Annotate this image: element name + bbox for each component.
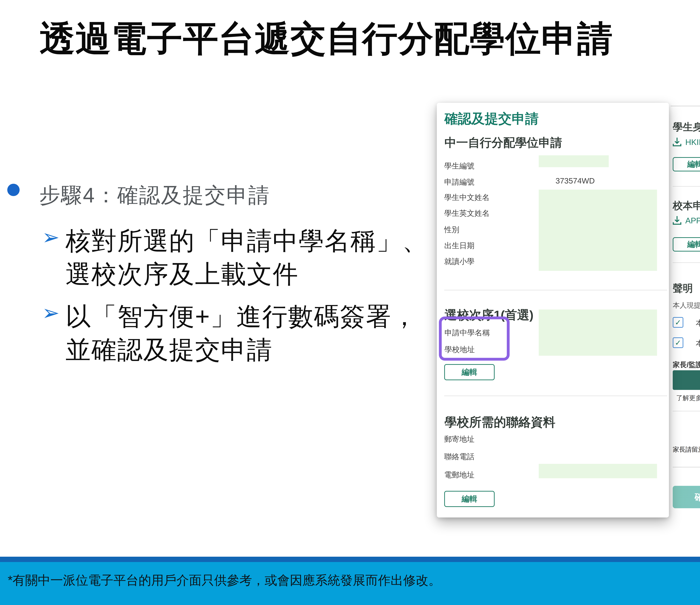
postal-address-label: 郵寄地址 (444, 434, 474, 444)
declaration-statement-1: 本人已閱讀並明白《中一自行分配學位注意事項》及《個人資料收集聲明》的所有內容。 (696, 318, 700, 328)
application-no-value: 373574WD (555, 176, 595, 185)
divider (673, 411, 700, 411)
choice1-value-box (539, 310, 657, 356)
check-icon: ✓ (675, 318, 681, 327)
dob-label: 出生日期 (444, 241, 474, 251)
bullet1-line1: 核對所選的「申請中學名稱」、 (66, 224, 428, 258)
id-doc-edit-button[interactable]: 編輯 (673, 157, 700, 171)
download-icon (673, 137, 681, 147)
name-zh-label: 學生中文姓名 (444, 192, 490, 203)
student-no-value-box (539, 155, 609, 167)
check2-pre: 本人已閱讀並明白申請中學於學校網站上有關中一自行分配學位申請的 (696, 339, 700, 347)
school-form-edit-button[interactable]: 編輯 (673, 237, 700, 251)
declaration-checkbox-2[interactable]: ✓ (673, 337, 683, 348)
check1-pre: 本人已閱讀並明白 (696, 319, 700, 327)
signature-label: 家長/監護人簽署 (673, 360, 700, 369)
declaration-statement-2: 本人已閱讀並明白申請中學於學校網站上有關中一自行分配學位申請的《個人資料收集聲明… (696, 338, 700, 348)
footer-accent-bar (0, 557, 700, 562)
notice-pre: 家長請留意，無論有關申請是以紙本還是透過「中一派位電子平台」遞交， (673, 446, 700, 453)
school-form-file-link[interactable]: APPLICATION FORM.pdf (685, 216, 700, 225)
contact-section-title: 學校所需的聯絡資料 (445, 414, 555, 431)
divider (673, 186, 700, 187)
divider (444, 290, 667, 290)
divider (673, 467, 700, 467)
student-no-label: 學生編號 (444, 161, 474, 171)
submission-notice: 家長請留意，無論有關申請是以紙本還是透過「中一派位電子平台」遞交，申請一經遞交，… (673, 445, 700, 454)
divider (673, 262, 700, 263)
gender-label: 性別 (444, 225, 459, 235)
bullet2-line2: 並確認及提交申請 (66, 333, 273, 367)
email-value-box (539, 464, 657, 478)
confirm-form-panel: 確認及提交申請 中一自行分配學位申請 學生編號 申請編號 373574WD 學生… (437, 103, 669, 517)
documents-panel: 學生身份證明文件 HKID.pdf 編輯 校本申請表 APPLICATION F… (671, 106, 700, 516)
footer: *有關中一派位電子平台的用戶介面只供參考，或會因應系統發展而作出修改。 16 (0, 562, 700, 605)
bullet2-line1: 以「智方便+」進行數碼簽署， (66, 300, 418, 334)
arrow-bullet-icon: ➢ (42, 226, 60, 248)
id-doc-file-link[interactable]: HKID.pdf (685, 137, 700, 147)
application-no-label: 申請編號 (444, 177, 474, 187)
form-header: 確認及提交申請 (445, 110, 539, 128)
download-icon (673, 216, 681, 225)
choice1-edit-button[interactable]: 編輯 (444, 364, 495, 380)
step-heading: 步驟4：確認及提交申請 (39, 182, 270, 210)
arrow-bullet-icon: ➢ (42, 302, 60, 323)
phone-label: 聯絡電話 (444, 452, 474, 462)
school-form-title: 校本申請表 (673, 199, 700, 213)
declaration-checkbox-1[interactable]: ✓ (673, 317, 683, 328)
declaration-title: 聲明 (673, 282, 693, 295)
email-label: 電郵地址 (444, 470, 474, 480)
footer-disclaimer: *有關中一派位電子平台的用戶介面只供參考，或會因應系統發展而作出修改。 (8, 572, 441, 589)
contact-edit-button[interactable]: 編輯 (444, 491, 495, 507)
bullet1-line2: 選校次序及上載文件 (66, 258, 299, 291)
name-en-label: 學生英文姓名 (444, 208, 490, 218)
form-subheader: 中一自行分配學位申請 (445, 135, 562, 151)
step-bullet-dot-icon (7, 184, 20, 196)
primary-school-label: 就讀小學 (444, 257, 474, 267)
iamsmart-sign-button[interactable]: 以智方便簽署 (673, 370, 700, 390)
declaration-intro: 本人現提交申請表供學校處理，本人聲明據本人所知所信，本申請表內所填報的各項資料均… (673, 301, 700, 310)
divider (444, 396, 667, 396)
check-icon: ✓ (675, 338, 681, 347)
slide-title: 透過電子平台遞交自行分配學位申請 (40, 15, 613, 63)
highlight-annotation-box (439, 316, 509, 361)
student-details-value-box (539, 190, 657, 271)
confirm-submit-button[interactable]: 確認及提交申請 (673, 486, 700, 508)
learn-more-link[interactable]: 了解更多 › (676, 394, 700, 402)
slide-canvas: 透過電子平台遞交自行分配學位申請 步驟4：確認及提交申請 ➢ 核對所選的「申請中… (0, 0, 700, 605)
id-doc-title: 學生身份證明文件 (673, 120, 700, 134)
